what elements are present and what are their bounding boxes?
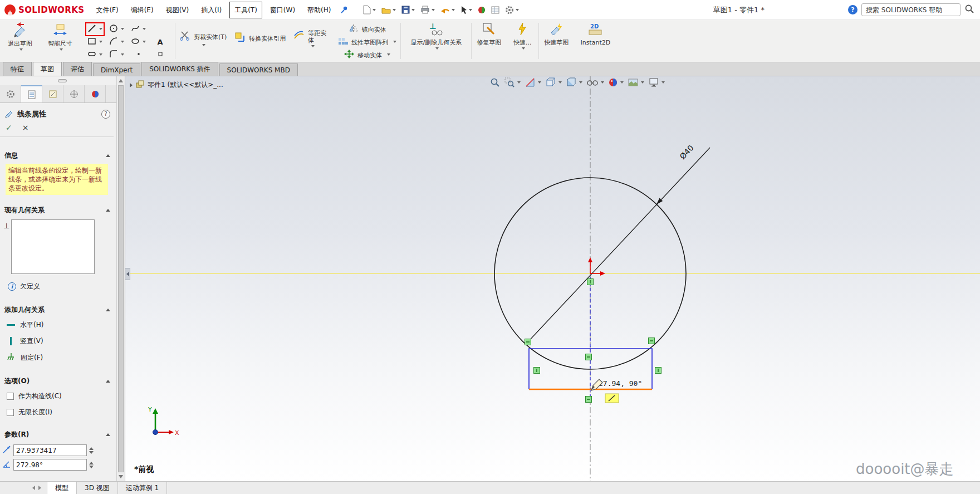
- infinite-length-option[interactable]: 无限长度(I): [0, 404, 125, 420]
- model-tab[interactable]: 模型: [47, 482, 77, 494]
- undo-button[interactable]: [438, 3, 458, 17]
- save-button[interactable]: [399, 3, 418, 17]
- offset-entities-button[interactable]: 等距实体: [293, 28, 330, 44]
- zoom-area-button[interactable]: [504, 77, 521, 87]
- feature-tree-root[interactable]: 零件1 (默认<<默认>_...: [130, 80, 223, 90]
- scroll-down-icon[interactable]: [119, 475, 123, 478]
- existing-relations-header[interactable]: 现有几何关系: [0, 203, 125, 217]
- fillet-tool-button[interactable]: [108, 49, 125, 61]
- menu-edit[interactable]: 编辑(E): [125, 1, 160, 19]
- offset-entities-dropdown[interactable]: [311, 45, 315, 47]
- tab-sketch[interactable]: 草图: [33, 62, 62, 76]
- move-entities-dropdown[interactable]: [387, 53, 390, 56]
- panel-scrollbar[interactable]: [116, 76, 125, 481]
- apply-scene-button[interactable]: [628, 79, 644, 86]
- infinite-length-checkbox[interactable]: [7, 409, 14, 416]
- open-document-button[interactable]: [379, 3, 399, 17]
- scroll-up-icon[interactable]: [119, 79, 123, 82]
- cancel-button[interactable]: ×: [22, 123, 29, 132]
- options-gear-button[interactable]: [502, 3, 522, 17]
- panel-tab-dimxpertmanager[interactable]: [63, 85, 85, 102]
- construction-line-checkbox[interactable]: [7, 393, 14, 400]
- relation-fix-button[interactable]: 固定(F): [0, 349, 125, 366]
- rebuild-icon[interactable]: [475, 3, 488, 17]
- spline-tool-button[interactable]: [130, 23, 147, 35]
- point-tool-button[interactable]: [133, 49, 144, 61]
- angle-spinner[interactable]: [89, 462, 94, 468]
- view-orientation-button[interactable]: [546, 77, 562, 87]
- ok-button[interactable]: ✓: [6, 123, 12, 132]
- panel-collapse-arrow[interactable]: [125, 268, 130, 280]
- menu-tools[interactable]: 工具(T): [229, 2, 262, 18]
- edit-appearance-button[interactable]: [609, 78, 624, 87]
- quick-snaps-button[interactable]: 快速...: [510, 22, 535, 46]
- panel-tab-featuremanager[interactable]: [0, 85, 21, 102]
- linear-sketch-pattern-button[interactable]: 线性草图阵列: [338, 36, 396, 48]
- section-view-button[interactable]: [525, 77, 541, 87]
- text-tool-button[interactable]: A: [156, 37, 164, 47]
- new-document-button[interactable]: [360, 3, 379, 17]
- search-input[interactable]: [861, 3, 961, 16]
- scrollbar-thumb[interactable]: [118, 85, 124, 472]
- motion-study-tab[interactable]: 运动算例 1: [118, 482, 167, 494]
- help-icon[interactable]: ?: [848, 5, 857, 14]
- tab-dimxpert[interactable]: DimXpert: [93, 63, 140, 76]
- view-settings-button[interactable]: [649, 78, 665, 87]
- hide-show-items-button[interactable]: [587, 79, 604, 86]
- menu-view[interactable]: 视图(V): [160, 1, 195, 19]
- tab-features[interactable]: 特征: [3, 62, 32, 76]
- move-entities-button[interactable]: 移动实体: [344, 48, 390, 61]
- construction-line-option[interactable]: 作为构造线(C): [0, 388, 125, 404]
- rectangle-tool-button[interactable]: [86, 36, 104, 48]
- diameter-dimension-text[interactable]: Ø40: [678, 143, 695, 161]
- angle-input[interactable]: 272.98°: [13, 459, 87, 471]
- print-button[interactable]: [418, 3, 438, 17]
- tab-addins[interactable]: SOLIDWORKS 插件: [141, 62, 218, 76]
- panel-tab-propertymanager[interactable]: [21, 85, 42, 102]
- arc-tool-button[interactable]: [108, 36, 125, 48]
- info-section-header[interactable]: 信息: [0, 148, 125, 163]
- menu-window[interactable]: 窗口(W): [264, 1, 301, 19]
- smart-dimension-dropdown[interactable]: [60, 48, 63, 51]
- slot-tool-button[interactable]: [86, 49, 104, 61]
- display-style-button[interactable]: [566, 77, 582, 87]
- exit-sketch-dropdown[interactable]: [19, 48, 23, 51]
- parameters-header[interactable]: 参数(R): [0, 427, 125, 442]
- exit-sketch-button[interactable]: 退出草图: [4, 22, 36, 47]
- trim-entities-dropdown[interactable]: [202, 44, 205, 46]
- add-relations-header[interactable]: 添加几何关系: [0, 302, 125, 317]
- display-delete-relations-button[interactable]: ⊥ 显示/删除几何关系: [405, 22, 467, 46]
- display-relations-dropdown[interactable]: [435, 47, 439, 50]
- construction-tool-button[interactable]: [155, 49, 166, 61]
- options-header[interactable]: 选项(O): [0, 374, 125, 388]
- rapid-sketch-button[interactable]: 快速草图: [543, 22, 570, 46]
- mirror-entities-button[interactable]: 镜向实体: [349, 23, 386, 36]
- panel-tab-configurationmanager[interactable]: [42, 85, 63, 102]
- length-spinner[interactable]: [89, 447, 94, 454]
- ellipse-tool-button[interactable]: [130, 36, 147, 48]
- panel-tab-displaymanager[interactable]: [85, 85, 106, 102]
- pin-menu-icon[interactable]: [337, 3, 351, 17]
- line-tool-button[interactable]: [86, 23, 104, 35]
- repair-sketch-button[interactable]: 修复草图: [476, 22, 502, 46]
- convert-entities-button[interactable]: 转换实体引用: [234, 32, 286, 45]
- panel-help-icon[interactable]: ?: [101, 110, 110, 119]
- panel-splitter-handle[interactable]: [0, 76, 125, 85]
- length-input[interactable]: 27.9373417: [13, 444, 87, 456]
- zoom-fit-button[interactable]: [490, 77, 500, 87]
- search-icon[interactable]: [964, 4, 974, 16]
- linear-pattern-dropdown[interactable]: [393, 41, 396, 43]
- smart-dimension-button[interactable]: 智能尺寸: [44, 22, 76, 47]
- tab-mbd[interactable]: SOLIDWORKS MBD: [219, 63, 298, 76]
- menu-insert[interactable]: 插入(I): [195, 1, 228, 19]
- instant2d-button[interactable]: 2D Instant2D: [577, 22, 613, 46]
- tab-evaluate[interactable]: 评估: [63, 62, 92, 76]
- graphics-area[interactable]: Ø40 27.94, 90°: [125, 76, 980, 481]
- tree-expander-icon[interactable]: [130, 83, 133, 87]
- quick-snaps-dropdown[interactable]: [522, 47, 525, 50]
- sketch-tool-extra[interactable]: [159, 28, 161, 30]
- 3d-views-tab[interactable]: 3D 视图: [77, 482, 118, 494]
- circle-tool-button[interactable]: [108, 23, 125, 35]
- sheet-icon[interactable]: [488, 3, 502, 17]
- existing-relations-listbox[interactable]: [11, 219, 95, 274]
